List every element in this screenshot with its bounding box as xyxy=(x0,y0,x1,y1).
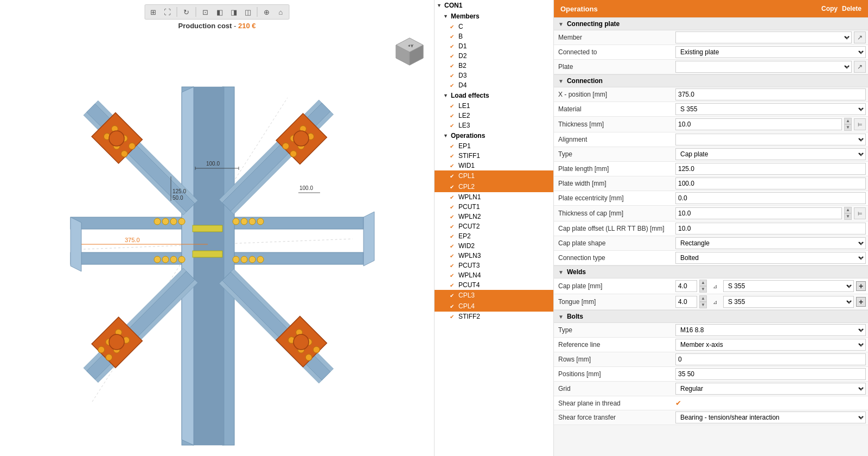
members-expand[interactable]: ▼ xyxy=(443,14,450,19)
toolbar-icon-2[interactable]: ⛶ xyxy=(162,6,174,18)
model-area[interactable]: 375.0 100.0 100.0 125.0 50.0 xyxy=(0,33,434,456)
tree-item-CPL4[interactable]: ✔ CPL4 xyxy=(435,301,553,312)
copy-button[interactable]: Copy xyxy=(821,5,838,12)
tree-item-CPL2[interactable]: ✔ CPL2 xyxy=(435,181,553,192)
plate-eccentricity-input[interactable] xyxy=(675,192,866,204)
tree-root: ▼ CON1 xyxy=(435,0,553,11)
toolbar-icon-rotate[interactable]: ↻ xyxy=(181,6,193,18)
tree-item-PCUT3[interactable]: ✔ PCUT3 xyxy=(435,261,553,270)
tree-item-B[interactable]: ✔ B xyxy=(435,31,553,41)
tree-item-WPLN2[interactable]: ✔ WPLN2 xyxy=(435,212,553,221)
operations-expand[interactable]: ▼ xyxy=(443,133,450,138)
tree-item-C[interactable]: ✔ C xyxy=(435,22,553,31)
section-connection[interactable]: ▼ Connection xyxy=(554,74,868,87)
thickness-up[interactable]: ▲ xyxy=(844,118,852,124)
cap-plate-weld-input[interactable] xyxy=(675,280,697,292)
row-shear-plane: Shear plane in thread ✔ xyxy=(554,396,868,410)
toolbar-icon-view1[interactable]: ◧ xyxy=(214,6,226,18)
thickness-spinner[interactable]: ▲ ▼ xyxy=(844,118,852,131)
thickness-cap-down[interactable]: ▼ xyxy=(844,213,852,220)
plate-picker-icon[interactable]: ↗ xyxy=(854,61,866,73)
plate-length-input[interactable] xyxy=(675,163,866,175)
cap-weld-spinner[interactable]: ▲ ▼ xyxy=(699,280,707,293)
connected-to-select[interactable]: Existing plate xyxy=(675,46,866,58)
material-select[interactable]: S 355 xyxy=(675,103,866,115)
tree-item-WID1[interactable]: ✔ WID1 xyxy=(435,161,553,170)
cap-offset-input[interactable] xyxy=(675,223,866,235)
tree-item-D3[interactable]: ✔ D3 xyxy=(435,71,553,80)
loadeffects-expand[interactable]: ▼ xyxy=(443,93,450,98)
type-select[interactable]: Cap plate xyxy=(675,148,866,160)
tree-item-PCUT4[interactable]: ✔ PCUT4 xyxy=(435,280,553,290)
section-connecting-plate[interactable]: ▼ Connecting plate xyxy=(554,17,868,30)
tree-members-header[interactable]: ▼ Members xyxy=(435,11,553,22)
thickness-cap-icon[interactable]: ⊨ xyxy=(854,207,866,219)
check-D2: ✔ xyxy=(450,53,457,59)
tongue-weld-plus[interactable]: + xyxy=(856,297,866,307)
tree-root-expand[interactable]: ▼ xyxy=(437,3,443,8)
tree-item-B2[interactable]: ✔ B2 xyxy=(435,61,553,71)
reference-line-select[interactable]: Member x-axis xyxy=(675,339,866,351)
plate-width-input[interactable] xyxy=(675,178,866,189)
thickness-icon[interactable]: ⊨ xyxy=(854,118,866,130)
plate-select[interactable] xyxy=(675,61,852,73)
tree-item-STIFF2[interactable]: ✔ STIFF2 xyxy=(435,312,553,321)
positions-input[interactable] xyxy=(675,368,866,380)
tree-item-EP2[interactable]: ✔ EP2 xyxy=(435,231,553,241)
tree-item-WID2[interactable]: ✔ WID2 xyxy=(435,241,553,251)
delete-button[interactable]: Delete xyxy=(842,5,861,12)
tree-loadeffects-header[interactable]: ▼ Load effects xyxy=(435,90,553,101)
tree-item-WPLN1[interactable]: ✔ WPLN1 xyxy=(435,192,553,202)
thickness-cap-input[interactable] xyxy=(675,207,842,219)
tree-item-CPL3[interactable]: ✔ CPL3 xyxy=(435,290,553,301)
connection-type-select[interactable]: Bolted xyxy=(675,252,866,264)
tongue-weld-down[interactable]: ▼ xyxy=(699,302,707,308)
viewport[interactable]: ⊞ ⛶ ↻ ⊡ ◧ ◨ ◫ ⊕ ⌂ Production cost - 210 … xyxy=(0,0,434,456)
rows-input[interactable] xyxy=(675,353,866,365)
cap-weld-down[interactable]: ▼ xyxy=(699,286,707,293)
tongue-weld-spinner[interactable]: ▲ ▼ xyxy=(699,295,707,308)
tree-item-WPLN4[interactable]: ✔ WPLN4 xyxy=(435,270,553,280)
tree-item-D2[interactable]: ✔ D2 xyxy=(435,51,553,61)
member-select[interactable] xyxy=(675,31,852,43)
tree-item-D4[interactable]: ✔ D4 xyxy=(435,80,553,90)
bolt-type-select[interactable]: M16 8.8 xyxy=(675,324,866,336)
cap-weld-up[interactable]: ▲ xyxy=(699,280,707,286)
row-tongue-weld: Tongue [mm] ▲ ▼ ⊿ S 355 + xyxy=(554,294,868,310)
thickness-down[interactable]: ▼ xyxy=(844,124,852,131)
tongue-weld-up[interactable]: ▲ xyxy=(699,295,707,302)
toolbar-icon-view2[interactable]: ◨ xyxy=(228,6,240,18)
tree-item-D1[interactable]: ✔ D1 xyxy=(435,41,553,51)
tree-item-STIFF1[interactable]: ✔ STIFF1 xyxy=(435,151,553,161)
tree-item-PCUT1[interactable]: ✔ PCUT1 xyxy=(435,202,553,212)
toolbar-icon-move[interactable]: ⊕ xyxy=(261,6,273,18)
toolbar-icon-select[interactable]: ⊡ xyxy=(200,6,212,18)
cap-shape-select[interactable]: Rectangle xyxy=(675,237,866,249)
member-picker-icon[interactable]: ↗ xyxy=(854,31,866,43)
grid-select[interactable]: Regular xyxy=(675,383,866,395)
tree-item-CPL1[interactable]: ✔ CPL1 xyxy=(435,170,553,181)
tree-item-LE2[interactable]: ✔ LE2 xyxy=(435,111,553,121)
tree-item-LE3[interactable]: ✔ LE3 xyxy=(435,121,553,130)
section-bolts[interactable]: ▼ Bolts xyxy=(554,310,868,323)
shear-force-select[interactable]: Bearing - tension/shear interaction xyxy=(675,411,866,423)
toolbar-icon-home[interactable]: ⌂ xyxy=(275,6,287,18)
tree-item-EP1[interactable]: ✔ EP1 xyxy=(435,141,553,151)
tree-operations-header[interactable]: ▼ Operations xyxy=(435,130,553,141)
thickness-cap-spinner[interactable]: ▲ ▼ xyxy=(844,207,852,220)
cap-weld-material-select[interactable]: S 355 xyxy=(723,280,854,292)
toolbar-icon-view3[interactable]: ◫ xyxy=(242,6,254,18)
tongue-weld-material-select[interactable]: S 355 xyxy=(723,296,854,308)
tree-item-LE1[interactable]: ✔ LE1 xyxy=(435,101,553,111)
cap-weld-plus[interactable]: + xyxy=(856,281,866,291)
section-welds[interactable]: ▼ Welds xyxy=(554,265,868,278)
thickness-input[interactable] xyxy=(675,118,842,130)
alignment-select[interactable] xyxy=(675,134,866,145)
thickness-cap-up[interactable]: ▲ xyxy=(844,207,852,213)
tree-item-PCUT2[interactable]: ✔ PCUT2 xyxy=(435,221,553,231)
x-position-input[interactable] xyxy=(675,88,866,100)
tongue-weld-input[interactable] xyxy=(675,296,697,308)
toolbar-icon-1[interactable]: ⊞ xyxy=(148,6,159,18)
cube-widget[interactable]: +Y xyxy=(393,35,426,68)
tree-item-WPLN3[interactable]: ✔ WPLN3 xyxy=(435,251,553,261)
